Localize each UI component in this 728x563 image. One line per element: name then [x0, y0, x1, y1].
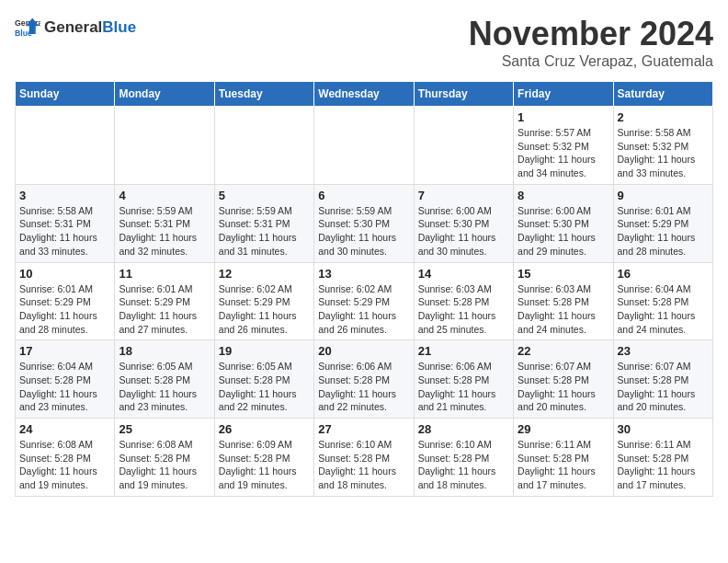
day-number: 30 [618, 422, 709, 436]
day-number: 1 [518, 110, 609, 124]
day-cell: 3Sunrise: 5:58 AM Sunset: 5:31 PM Daylig… [16, 184, 115, 262]
day-cell [414, 107, 513, 185]
day-number: 3 [19, 189, 110, 202]
header-cell-wednesday: Wednesday [314, 82, 414, 107]
day-info: Sunrise: 6:01 AM Sunset: 5:29 PM Dayligh… [19, 282, 110, 337]
header-cell-sunday: Sunday [16, 82, 115, 107]
day-info: Sunrise: 5:59 AM Sunset: 5:31 PM Dayligh… [119, 204, 210, 259]
day-number: 12 [219, 267, 310, 281]
calendar-table: SundayMondayTuesdayWednesdayThursdayFrid… [15, 81, 713, 497]
day-info: Sunrise: 6:06 AM Sunset: 5:28 PM Dayligh… [418, 360, 509, 414]
day-number: 24 [19, 422, 110, 436]
day-info: Sunrise: 6:03 AM Sunset: 5:28 PM Dayligh… [418, 282, 509, 337]
day-cell: 21Sunrise: 6:06 AM Sunset: 5:28 PM Dayli… [414, 340, 513, 419]
day-info: Sunrise: 6:00 AM Sunset: 5:30 PM Dayligh… [518, 204, 609, 259]
header-cell-thursday: Thursday [414, 82, 513, 107]
week-row-5: 24Sunrise: 6:08 AM Sunset: 5:28 PM Dayli… [16, 419, 713, 497]
day-cell: 14Sunrise: 6:03 AM Sunset: 5:28 PM Dayli… [414, 262, 513, 340]
day-number: 26 [219, 422, 310, 436]
day-cell [214, 107, 313, 185]
day-number: 19 [219, 344, 310, 358]
week-row-1: 1Sunrise: 5:57 AM Sunset: 5:32 PM Daylig… [16, 107, 713, 185]
day-number: 27 [318, 422, 409, 436]
day-number: 18 [119, 344, 210, 358]
day-cell: 1Sunrise: 5:57 AM Sunset: 5:32 PM Daylig… [514, 107, 613, 185]
logo-blue: Blue [102, 18, 136, 37]
day-number: 22 [518, 344, 609, 358]
day-info: Sunrise: 6:10 AM Sunset: 5:28 PM Dayligh… [318, 438, 409, 492]
week-row-2: 3Sunrise: 5:58 AM Sunset: 5:31 PM Daylig… [16, 184, 713, 262]
day-cell: 6Sunrise: 5:59 AM Sunset: 5:30 PM Daylig… [314, 184, 414, 262]
day-number: 8 [518, 189, 609, 202]
day-info: Sunrise: 6:05 AM Sunset: 5:28 PM Dayligh… [219, 360, 310, 414]
header-cell-tuesday: Tuesday [214, 82, 313, 107]
day-number: 29 [518, 422, 609, 436]
day-info: Sunrise: 5:59 AM Sunset: 5:31 PM Dayligh… [219, 204, 310, 259]
day-cell: 27Sunrise: 6:10 AM Sunset: 5:28 PM Dayli… [314, 419, 414, 497]
day-info: Sunrise: 6:03 AM Sunset: 5:28 PM Dayligh… [518, 282, 609, 337]
day-info: Sunrise: 6:10 AM Sunset: 5:28 PM Dayligh… [418, 438, 509, 492]
day-cell: 29Sunrise: 6:11 AM Sunset: 5:28 PM Dayli… [514, 419, 613, 497]
day-info: Sunrise: 6:00 AM Sunset: 5:30 PM Dayligh… [418, 204, 509, 259]
header-cell-monday: Monday [115, 82, 214, 107]
day-cell: 26Sunrise: 6:09 AM Sunset: 5:28 PM Dayli… [214, 419, 313, 497]
day-number: 2 [618, 110, 709, 124]
day-number: 23 [618, 344, 709, 358]
week-row-3: 10Sunrise: 6:01 AM Sunset: 5:29 PM Dayli… [16, 262, 713, 340]
day-cell: 18Sunrise: 6:05 AM Sunset: 5:28 PM Dayli… [115, 340, 214, 419]
day-info: Sunrise: 5:57 AM Sunset: 5:32 PM Dayligh… [518, 126, 609, 180]
header-row: SundayMondayTuesdayWednesdayThursdayFrid… [16, 82, 713, 107]
day-info: Sunrise: 6:11 AM Sunset: 5:28 PM Dayligh… [618, 438, 709, 492]
day-info: Sunrise: 5:58 AM Sunset: 5:32 PM Dayligh… [618, 126, 709, 180]
day-number: 6 [318, 189, 409, 202]
day-number: 21 [418, 344, 509, 358]
calendar-header: SundayMondayTuesdayWednesdayThursdayFrid… [16, 82, 713, 107]
day-cell: 19Sunrise: 6:05 AM Sunset: 5:28 PM Dayli… [214, 340, 313, 419]
day-cell: 23Sunrise: 6:07 AM Sunset: 5:28 PM Dayli… [613, 340, 712, 419]
day-number: 16 [618, 267, 709, 281]
day-info: Sunrise: 6:02 AM Sunset: 5:29 PM Dayligh… [219, 282, 310, 337]
day-number: 4 [119, 189, 210, 202]
day-cell: 12Sunrise: 6:02 AM Sunset: 5:29 PM Dayli… [214, 262, 313, 340]
location-title: Santa Cruz Verapaz, Guatemala [469, 53, 713, 70]
day-cell: 17Sunrise: 6:04 AM Sunset: 5:28 PM Dayli… [16, 340, 115, 419]
day-info: Sunrise: 5:59 AM Sunset: 5:30 PM Dayligh… [318, 204, 409, 259]
day-number: 20 [318, 344, 409, 358]
month-title: November 2024 [469, 15, 713, 53]
day-number: 11 [119, 267, 210, 281]
logo: General Blue GeneralBlue [15, 15, 136, 40]
day-info: Sunrise: 6:04 AM Sunset: 5:28 PM Dayligh… [19, 360, 110, 414]
logo-icon: General Blue [15, 15, 40, 40]
day-info: Sunrise: 6:11 AM Sunset: 5:28 PM Dayligh… [518, 438, 609, 492]
day-cell: 16Sunrise: 6:04 AM Sunset: 5:28 PM Dayli… [613, 262, 712, 340]
day-info: Sunrise: 6:02 AM Sunset: 5:29 PM Dayligh… [318, 282, 409, 337]
day-info: Sunrise: 6:07 AM Sunset: 5:28 PM Dayligh… [618, 360, 709, 414]
day-cell: 20Sunrise: 6:06 AM Sunset: 5:28 PM Dayli… [314, 340, 414, 419]
day-info: Sunrise: 6:01 AM Sunset: 5:29 PM Dayligh… [618, 204, 709, 259]
day-cell [16, 107, 115, 185]
header-cell-saturday: Saturday [613, 82, 712, 107]
day-number: 13 [318, 267, 409, 281]
day-number: 9 [618, 189, 709, 202]
day-cell: 11Sunrise: 6:01 AM Sunset: 5:29 PM Dayli… [115, 262, 214, 340]
day-number: 25 [119, 422, 210, 436]
day-cell: 28Sunrise: 6:10 AM Sunset: 5:28 PM Dayli… [414, 419, 513, 497]
day-info: Sunrise: 6:09 AM Sunset: 5:28 PM Dayligh… [219, 438, 310, 492]
day-number: 14 [418, 267, 509, 281]
day-number: 15 [518, 267, 609, 281]
day-cell: 13Sunrise: 6:02 AM Sunset: 5:29 PM Dayli… [314, 262, 414, 340]
header-cell-friday: Friday [514, 82, 613, 107]
day-cell: 7Sunrise: 6:00 AM Sunset: 5:30 PM Daylig… [414, 184, 513, 262]
day-number: 10 [19, 267, 110, 281]
day-cell: 8Sunrise: 6:00 AM Sunset: 5:30 PM Daylig… [514, 184, 613, 262]
day-info: Sunrise: 6:05 AM Sunset: 5:28 PM Dayligh… [119, 360, 210, 414]
day-cell [314, 107, 414, 185]
day-cell [115, 107, 214, 185]
day-cell: 30Sunrise: 6:11 AM Sunset: 5:28 PM Dayli… [613, 419, 712, 497]
day-info: Sunrise: 6:08 AM Sunset: 5:28 PM Dayligh… [119, 438, 210, 492]
day-number: 5 [219, 189, 310, 202]
calendar-body: 1Sunrise: 5:57 AM Sunset: 5:32 PM Daylig… [16, 107, 713, 497]
header: General Blue GeneralBlue November 2024 S… [15, 15, 713, 70]
day-cell: 9Sunrise: 6:01 AM Sunset: 5:29 PM Daylig… [613, 184, 712, 262]
day-cell: 2Sunrise: 5:58 AM Sunset: 5:32 PM Daylig… [613, 107, 712, 185]
